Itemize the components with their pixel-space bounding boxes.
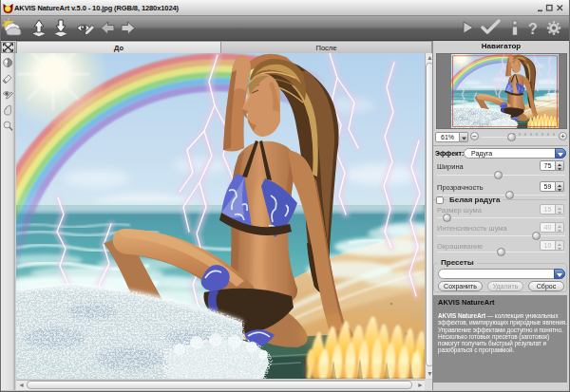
svg-text:?: ?	[528, 21, 538, 37]
